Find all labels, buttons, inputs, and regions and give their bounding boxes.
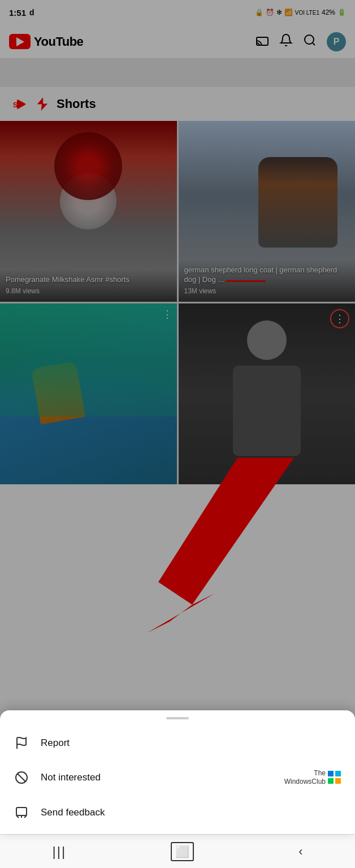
red-underline	[226, 280, 266, 282]
short-card-1-overlay: Pomegranate Milkshake Asmr #shorts 9.8M …	[0, 270, 177, 302]
short-card-4[interactable]: ⋮	[179, 303, 356, 484]
shorts-logo-icon: S	[10, 95, 28, 113]
bottom-sheet-send-feedback[interactable]: Send feedback	[0, 796, 355, 830]
report-icon	[14, 735, 29, 751]
short-card-2[interactable]: german shepherd long coat | german sheph…	[179, 121, 356, 302]
svg-point-2	[305, 35, 314, 44]
youtube-logo-icon	[9, 34, 31, 49]
bottom-sheet-handle	[166, 717, 189, 719]
battery-percent: 42%	[322, 8, 335, 16]
status-icons: 🔒 ⏰ ✻ 📶 VOI LTE1 42% 🔋	[255, 8, 346, 16]
short-card-1-views: 9.8M views	[6, 287, 171, 295]
user-avatar[interactable]: P	[327, 32, 346, 51]
nav-back[interactable]: ‹	[298, 844, 302, 859]
report-label: Report	[41, 737, 70, 749]
signal-label: VOI LTE1	[295, 10, 319, 16]
banner-area	[0, 59, 355, 87]
battery-icon: 🔒	[255, 8, 263, 16]
svg-text:S: S	[13, 101, 18, 109]
header-actions: P	[256, 32, 346, 51]
more-options-button[interactable]: ⋮	[330, 309, 349, 328]
annotation-arrow	[0, 458, 355, 672]
nav-bar: ||| ⬜ ‹	[0, 834, 355, 868]
search-icon[interactable]	[303, 33, 317, 50]
alarm-icon: ⏰	[266, 8, 274, 16]
youtube-logo[interactable]: YouTube	[9, 34, 83, 49]
wifi-icon: 📶	[284, 8, 293, 16]
battery-bar: 🔋	[337, 8, 346, 16]
status-time-area: 1:51 d	[9, 8, 34, 18]
windows-club-badge: TheWindowsClub	[284, 769, 341, 787]
bottom-sheet-not-interested[interactable]: Not interested TheWindowsClub	[0, 760, 355, 796]
shorts-bolt	[34, 96, 51, 112]
short-card-3-more[interactable]: ⋮	[162, 308, 172, 320]
bottom-sheet: Report Not interested TheWindowsClub	[0, 710, 355, 834]
nav-recents[interactable]: |||	[52, 844, 66, 860]
bottom-sheet-report[interactable]: Report	[0, 726, 355, 760]
short-card-1[interactable]: Pomegranate Milkshake Asmr #shorts 9.8M …	[0, 121, 177, 302]
nav-home[interactable]: ⬜	[171, 842, 194, 861]
shorts-section-title: Shorts	[57, 97, 96, 111]
cast-icon[interactable]	[256, 33, 269, 50]
not-interested-label: Not interested	[41, 772, 101, 783]
status-time: 1:51	[9, 8, 26, 18]
svg-marker-7	[147, 593, 215, 633]
windows-logo	[328, 771, 341, 784]
svg-rect-11	[16, 808, 27, 815]
short-card-2-overlay: german shepherd long coat | german sheph…	[179, 260, 356, 302]
short-thumb-4	[179, 303, 356, 484]
short-card-1-title: Pomegranate Milkshake Asmr #shorts	[6, 275, 171, 285]
status-bar: 1:51 d 🔒 ⏰ ✻ 📶 VOI LTE1 42% 🔋	[0, 0, 355, 25]
svg-line-10	[18, 774, 25, 782]
send-feedback-label: Send feedback	[41, 807, 105, 818]
bluetooth-icon: ✻	[276, 8, 282, 16]
shorts-grid: Pomegranate Milkshake Asmr #shorts 9.8M …	[0, 121, 355, 484]
not-interested-icon	[14, 770, 29, 785]
svg-line-3	[313, 42, 315, 45]
send-feedback-icon	[14, 805, 29, 821]
short-card-2-views: 13M views	[184, 287, 350, 295]
windows-club-text: TheWindowsClub	[284, 769, 326, 787]
short-thumb-3	[0, 303, 177, 484]
short-card-3[interactable]: ⋮	[0, 303, 177, 484]
youtube-header: YouTube P	[0, 25, 355, 59]
shorts-section-header: S Shorts	[0, 87, 355, 121]
status-app-icon: d	[29, 8, 34, 17]
bell-icon[interactable]	[279, 33, 293, 50]
youtube-logo-text: YouTube	[34, 34, 83, 49]
short-card-2-title: german shepherd long coat | german sheph…	[184, 266, 350, 285]
